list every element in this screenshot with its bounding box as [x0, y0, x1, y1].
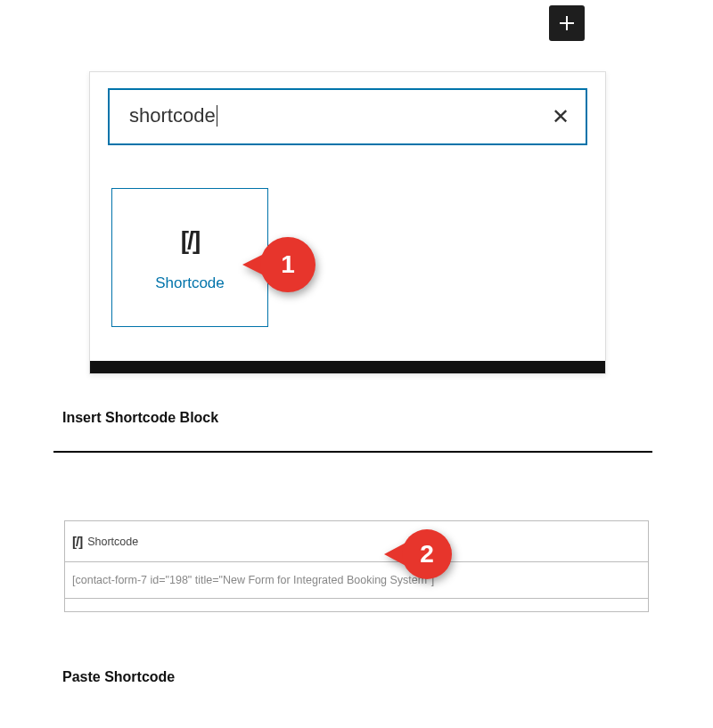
shortcode-block-header: [/] Shortcode — [65, 521, 648, 562]
shortcode-block-footer — [65, 599, 648, 611]
clear-search-icon[interactable]: ✕ — [552, 106, 570, 127]
annotation-number: 2 — [402, 529, 452, 579]
shortcode-icon: [/] — [181, 226, 199, 255]
annotation-callout-2: 2 — [384, 529, 452, 579]
shortcode-content: [contact-form-7 id="198" title="New Form… — [72, 574, 434, 586]
shortcode-icon: [/] — [72, 534, 82, 549]
shortcode-block-title: Shortcode — [87, 536, 138, 548]
section-divider — [53, 451, 652, 453]
shortcode-block-label: Shortcode — [155, 274, 225, 292]
add-block-button[interactable] — [549, 5, 585, 41]
shortcode-block-editor: [/] Shortcode [contact-form-7 id="198" t… — [64, 520, 649, 612]
annotation-number: 1 — [260, 237, 316, 292]
plus-icon — [556, 12, 578, 34]
annotation-callout-1: 1 — [242, 237, 316, 292]
caption-insert-shortcode: Insert Shortcode Block — [62, 410, 218, 426]
caption-paste-shortcode: Paste Shortcode — [62, 669, 175, 685]
panel-bottom-bar — [90, 361, 605, 373]
shortcode-textarea[interactable]: [contact-form-7 id="198" title="New Form… — [65, 562, 648, 599]
block-search-input[interactable]: shortcode ✕ — [108, 88, 587, 145]
search-input-value: shortcode — [129, 106, 217, 127]
block-inserter-panel: shortcode ✕ [/] Shortcode — [89, 71, 606, 374]
